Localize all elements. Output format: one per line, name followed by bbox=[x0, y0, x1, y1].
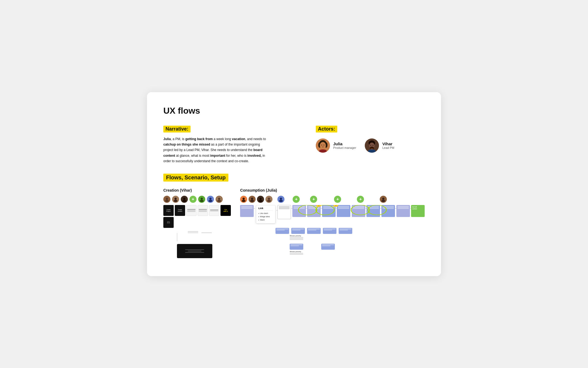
cons-plus-4[interactable]: + bbox=[357, 196, 364, 203]
bottom-card-2 bbox=[291, 228, 305, 234]
link-popup: Link ▸ Liko dash ▸ Widge blink ▸ Slack bbox=[256, 205, 275, 224]
bottom-row2-card-1 bbox=[290, 244, 303, 250]
svg-point-21 bbox=[174, 198, 177, 200]
julia-info: Julia Product manager bbox=[333, 141, 356, 149]
mini-avatar-5 bbox=[207, 196, 214, 203]
shows-priority-label-2: Shows priority bbox=[290, 251, 303, 252]
bottom-card-1 bbox=[275, 228, 289, 234]
svg-point-4 bbox=[320, 142, 326, 149]
narrative-section: Narrative: Julia, a PM, is getting back … bbox=[163, 126, 294, 164]
mini-plus-btn[interactable]: + bbox=[189, 196, 197, 203]
svg-point-39 bbox=[251, 198, 253, 200]
cons-avatar-3 bbox=[257, 196, 264, 203]
svg-point-46 bbox=[267, 200, 271, 202]
julia-role: Product manager bbox=[333, 146, 356, 149]
link-popup-title: Link bbox=[258, 207, 273, 211]
create-project-card: CreateProject bbox=[163, 205, 174, 216]
cons-avatar-5 bbox=[277, 196, 284, 203]
bottom-row2-card-2 bbox=[321, 244, 335, 250]
narrative-label: Narrative: bbox=[163, 126, 191, 132]
cons-avatar-1 bbox=[240, 196, 247, 203]
step-10 bbox=[396, 205, 410, 217]
step-6 bbox=[337, 205, 350, 219]
priority-labels-row: Shows priority bbox=[240, 235, 425, 240]
lines-card-1 bbox=[186, 205, 197, 216]
vihar-info: Vihar Lead PM bbox=[382, 141, 394, 149]
actors-label: Actors: bbox=[316, 126, 337, 132]
svg-point-48 bbox=[280, 198, 282, 200]
step-3 bbox=[292, 205, 306, 217]
flows-section: Flows, Scenario, Setup Creation (Vihar) bbox=[163, 174, 425, 258]
svg-point-51 bbox=[382, 198, 384, 200]
mini-avatar-2 bbox=[172, 196, 179, 203]
vihar-name: Vihar bbox=[382, 141, 394, 146]
creation-sublines bbox=[188, 231, 212, 233]
link-item-3: ▸ Slack bbox=[258, 218, 273, 222]
creation-flow: Creation (Vihar) + bbox=[163, 188, 240, 258]
svg-point-31 bbox=[209, 200, 212, 202]
priority-block-1: Shows priority bbox=[290, 235, 303, 240]
priority-block-2: Shows priority bbox=[290, 251, 303, 255]
step-8 bbox=[366, 205, 380, 217]
step-2 bbox=[277, 205, 291, 219]
lines-card-2 bbox=[198, 205, 208, 216]
svg-point-18 bbox=[166, 198, 168, 200]
step-card-10 bbox=[396, 205, 410, 217]
cons-avatar-4 bbox=[265, 196, 272, 203]
mini-avatar-1 bbox=[163, 196, 170, 203]
steps-row: Link ▸ Liko dash ▸ Widge blink ▸ Slack bbox=[240, 205, 425, 225]
step-card-9 bbox=[381, 205, 395, 217]
cons-plus-3[interactable]: + bbox=[334, 196, 341, 203]
svg-point-13 bbox=[370, 145, 371, 146]
step-4 bbox=[307, 205, 321, 217]
step-9 bbox=[381, 205, 395, 217]
svg-point-24 bbox=[183, 198, 185, 200]
svg-point-40 bbox=[250, 200, 254, 202]
step-card-7 bbox=[352, 205, 365, 217]
share-found-card: sharefound bbox=[163, 217, 174, 228]
svg-point-6 bbox=[324, 144, 324, 145]
narrative-actors-section: Narrative: Julia, a PM, is getting back … bbox=[163, 126, 425, 164]
svg-point-45 bbox=[268, 198, 270, 200]
bottom-card-5 bbox=[339, 228, 352, 234]
step-card-5 bbox=[322, 205, 336, 217]
svg-point-25 bbox=[182, 200, 186, 202]
cons-plus-2[interactable]: + bbox=[310, 196, 317, 203]
step-card-1 bbox=[240, 205, 254, 217]
svg-point-42 bbox=[259, 198, 262, 200]
narrative-text: Julia, a PM, is getting back from a week… bbox=[163, 136, 267, 164]
svg-point-36 bbox=[243, 198, 245, 200]
create-content-card: Createcontent bbox=[175, 205, 185, 216]
link-popup-step: Link ▸ Liko dash ▸ Widge blink ▸ Slack bbox=[255, 205, 276, 224]
bottom-row-2 bbox=[240, 244, 425, 250]
flows-label: Flows, Scenario, Setup bbox=[163, 174, 228, 182]
consumption-avatars: + + + + bbox=[240, 196, 387, 203]
svg-point-27 bbox=[201, 198, 203, 200]
svg-point-52 bbox=[381, 200, 385, 202]
cons-avatar-last bbox=[380, 196, 387, 203]
svg-point-14 bbox=[373, 145, 373, 146]
actor-julia: Julia Product manager bbox=[316, 138, 356, 153]
svg-point-30 bbox=[209, 198, 212, 200]
page-title: UX flows bbox=[163, 106, 425, 116]
step-card-2 bbox=[277, 205, 291, 219]
creation-connector bbox=[177, 233, 177, 241]
cons-plus-1[interactable]: + bbox=[293, 196, 300, 203]
vihar-avatar bbox=[365, 138, 379, 153]
step-card-3 bbox=[292, 205, 306, 217]
bottom-card-4 bbox=[323, 228, 336, 234]
svg-point-34 bbox=[217, 200, 221, 202]
step-1 bbox=[240, 205, 254, 217]
step-7 bbox=[352, 205, 365, 217]
svg-point-28 bbox=[200, 200, 204, 202]
step-card-final: Get fullcontext bbox=[411, 205, 425, 217]
big-black-box bbox=[177, 244, 212, 258]
vihar-role: Lead PM bbox=[382, 146, 394, 149]
svg-point-43 bbox=[259, 200, 262, 202]
svg-point-8 bbox=[319, 149, 327, 153]
shows-priority-label-1: Shows priority bbox=[290, 235, 303, 237]
link-item-1: ▸ Liko dash bbox=[258, 212, 273, 215]
creation-avatars: + bbox=[163, 196, 223, 203]
actor-vihar: Vihar Lead PM bbox=[365, 138, 394, 153]
big-black-box-inner bbox=[185, 249, 204, 253]
